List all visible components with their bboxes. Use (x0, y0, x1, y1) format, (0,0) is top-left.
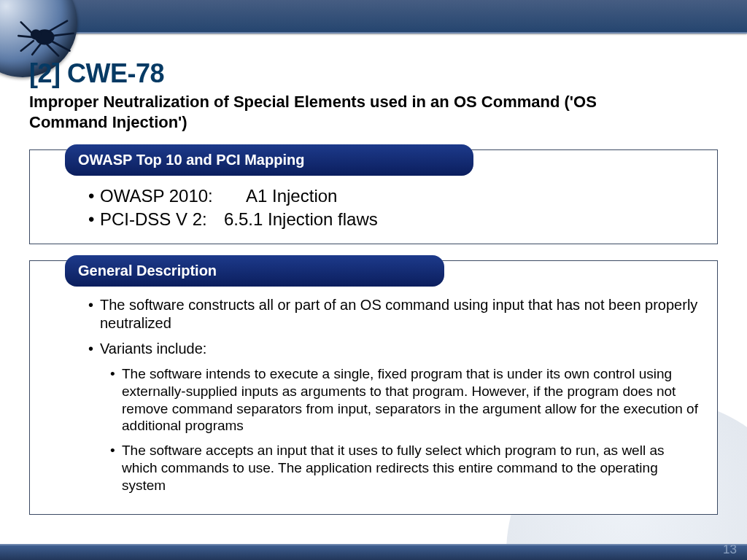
list-item: • The software intends to execute a sing… (110, 365, 703, 435)
mapping-val: 6.5.1 Injection flaws (224, 209, 378, 230)
mapping-content: • OWASP 2010: A1 Injection • PCI-DSS V 2… (88, 185, 703, 230)
desc-sub-text: The software accepts an input that it us… (122, 442, 703, 494)
desc-sub-text: The software intends to execute a single… (122, 365, 703, 435)
description-content: • The software constructs all or part of… (88, 296, 703, 494)
bullet-icon: • (88, 340, 100, 358)
mapping-key: OWASP 2010: (100, 185, 246, 207)
bullet-icon: • (110, 365, 122, 383)
slide-title: [2] CWE-78 (29, 58, 718, 89)
mapping-pill: OWASP Top 10 and PCI Mapping (65, 144, 473, 176)
mapping-key: PCI-DSS V 2: (100, 209, 224, 230)
bullet-icon: • (88, 209, 100, 230)
slide-body: [2] CWE-78 Improper Neutralization of Sp… (29, 58, 718, 531)
bullet-icon: • (88, 296, 100, 314)
mapping-box: OWASP Top 10 and PCI Mapping • OWASP 201… (29, 149, 718, 244)
page-number: 13 (723, 542, 737, 557)
sub-list: • The software intends to execute a sing… (110, 365, 703, 494)
top-band (0, 0, 747, 34)
list-item: • The software accepts an input that it … (110, 442, 703, 494)
bullet-icon: • (110, 442, 122, 459)
bottom-band (0, 544, 747, 560)
slide-subtitle: Improper Neutralization of Special Eleme… (29, 92, 671, 132)
list-item: • PCI-DSS V 2: 6.5.1 Injection flaws (88, 209, 703, 230)
mapping-val: A1 Injection (246, 185, 337, 207)
description-box: General Description • The software const… (29, 260, 718, 515)
list-item: • Variants include: (88, 340, 703, 358)
desc-text: The software constructs all or part of a… (100, 296, 703, 332)
description-pill: General Description (65, 255, 444, 287)
list-item: • OWASP 2010: A1 Injection (88, 185, 703, 207)
desc-text: Variants include: (100, 340, 206, 358)
bullet-icon: • (88, 185, 100, 207)
list-item: • The software constructs all or part of… (88, 296, 703, 332)
